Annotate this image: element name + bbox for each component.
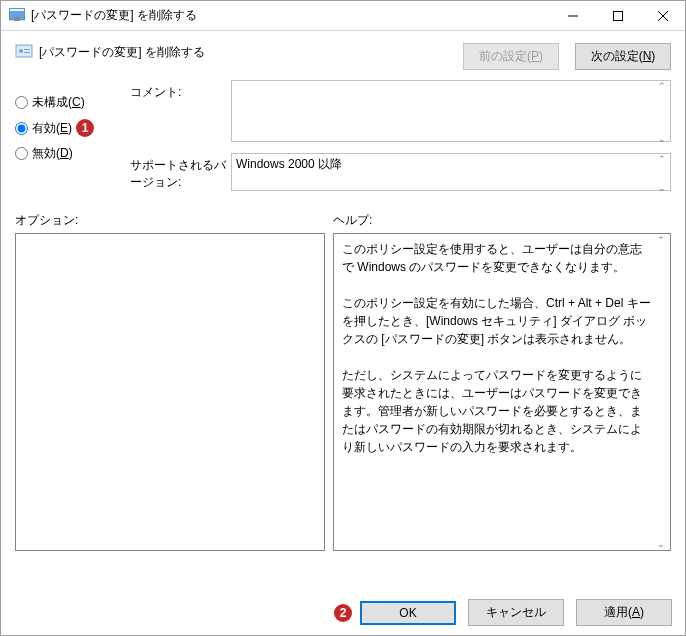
maximize-button[interactable] [595,1,640,30]
help-text: このポリシー設定を使用すると、ユーザーは自分の意志で Windows のパスワー… [334,234,670,462]
annotation-badge-2: 2 [334,604,352,622]
state-radio-group: 未構成(C) 有効(E) 1 無効(D) [15,80,130,202]
minimize-button[interactable] [550,1,595,30]
svg-rect-4 [613,11,622,20]
comment-input[interactable] [231,80,671,142]
svg-rect-9 [24,49,30,50]
previous-setting-button[interactable]: 前の設定(P) [463,43,559,70]
window-title: [パスワードの変更] を削除する [31,7,550,24]
options-panel [15,233,325,551]
page-title: [パスワードの変更] を削除する [39,43,463,61]
svg-rect-7 [16,45,32,57]
svg-rect-1 [10,9,24,11]
chevron-up-icon: ⌃ [653,235,669,245]
supported-label: サポートされるバージョン: [130,153,231,194]
svg-point-8 [19,49,23,53]
apply-button[interactable]: 適用(A) [576,599,672,626]
radio-disabled[interactable]: 無効(D) [15,145,130,162]
ok-button[interactable]: OK [360,601,456,625]
next-setting-button[interactable]: 次の設定(N) [575,43,671,70]
chevron-down-icon: ⌄ [653,539,669,549]
app-icon [9,8,25,24]
comment-label: コメント: [130,80,231,145]
svg-rect-2 [14,17,20,21]
help-label: ヘルプ: [333,212,372,229]
titlebar: [パスワードの変更] を削除する [1,1,685,31]
svg-rect-10 [24,52,30,53]
annotation-badge-1: 1 [76,119,94,137]
options-label: オプション: [15,212,333,229]
help-panel: このポリシー設定を使用すると、ユーザーは自分の意志で Windows のパスワー… [333,233,671,551]
supported-input [231,153,671,191]
policy-icon [15,43,33,61]
close-button[interactable] [640,1,685,30]
header-row: [パスワードの変更] を削除する 前の設定(P) 次の設定(N) [1,31,685,80]
cancel-button[interactable]: キャンセル [468,599,564,626]
radio-enabled[interactable]: 有効(E) 1 [15,119,130,137]
radio-not-configured[interactable]: 未構成(C) [15,94,130,111]
